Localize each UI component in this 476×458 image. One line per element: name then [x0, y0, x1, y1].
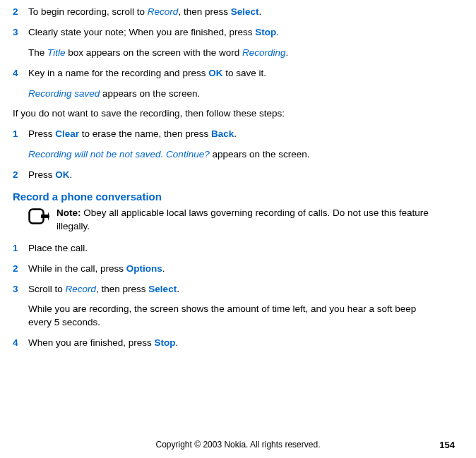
- text-run: , then press: [178, 6, 230, 17]
- step-text: When you are finished, press Stop.: [28, 337, 440, 350]
- step-text: Key in a name for the recording and pres…: [28, 67, 440, 80]
- numbered-step: 3Clearly state your note; When you are f…: [13, 26, 440, 40]
- step-text: Press Clear to erase the name, then pres…: [28, 128, 440, 141]
- page-number: 154: [439, 439, 455, 452]
- numbered-step: 2Press OK.: [13, 169, 440, 182]
- text-run: When you are finished, press: [28, 337, 155, 348]
- highlight-text: Recording will not be not saved. Continu…: [28, 149, 210, 159]
- numbered-step: 4When you are finished, press Stop.: [13, 337, 440, 350]
- text-run: .: [70, 169, 73, 180]
- step-number: 2: [13, 263, 24, 276]
- step-number: 4: [13, 337, 24, 350]
- text-run: Place the call.: [28, 243, 88, 253]
- highlight-text: Stop: [255, 27, 276, 37]
- text-run: appears on the screen.: [100, 88, 200, 99]
- step-text: To begin recording, scroll to Record, th…: [28, 6, 440, 19]
- numbered-step: 4Key in a name for the recording and pre…: [13, 67, 440, 80]
- text-run: .: [258, 6, 261, 17]
- text-run: .: [177, 284, 179, 294]
- step-number: 3: [13, 283, 24, 296]
- highlight-text: OK: [55, 169, 69, 180]
- text-run: to save it.: [222, 68, 266, 78]
- note-block: Note: Obey all applicable local laws gov…: [28, 207, 438, 234]
- step-text: Clearly state your note; When you are fi…: [28, 26, 440, 40]
- text-run: While in the call, press: [28, 263, 126, 274]
- text-run: To begin recording, scroll to: [28, 6, 148, 17]
- numbered-step: 2To begin recording, scroll to Record, t…: [13, 6, 440, 19]
- highlight-text: Clear: [55, 128, 79, 139]
- highlight-text: Recording saved: [28, 88, 100, 99]
- step-number: 2: [13, 6, 24, 19]
- text-run: The: [28, 47, 47, 58]
- body-text: If you do not want to save the recording…: [13, 107, 440, 121]
- step-number: 1: [13, 242, 24, 255]
- text-run: Press: [28, 128, 55, 139]
- step-note: Recording will not be not saved. Continu…: [28, 148, 440, 162]
- highlight-text: Options: [126, 263, 162, 274]
- step-number: 3: [13, 26, 24, 40]
- text-run: .: [276, 27, 279, 37]
- step-number: 1: [13, 128, 24, 141]
- note-body: Obey all applicable local laws governing…: [56, 207, 429, 231]
- text-run: .: [176, 337, 179, 348]
- step-text: Press OK.: [28, 169, 440, 182]
- text-run: .: [162, 263, 165, 274]
- text-run: appears on the screen.: [210, 149, 310, 159]
- text-run: Clearly state your note; When you are fi…: [28, 27, 255, 37]
- highlight-text: Select: [148, 284, 177, 294]
- highlight-text: Back: [211, 128, 234, 139]
- numbered-step: 1Place the call.: [13, 242, 440, 255]
- step-note: The Title box appears on the screen with…: [28, 47, 440, 60]
- step-note: While you are recording, the screen show…: [28, 303, 440, 330]
- highlight-text: Record: [66, 284, 97, 294]
- step-text: While in the call, press Options.: [28, 263, 440, 276]
- highlight-text: Select: [231, 6, 259, 17]
- text-run: Key in a name for the recording and pres…: [28, 68, 208, 78]
- highlight-text: Title: [47, 47, 65, 58]
- numbered-step: 3Scroll to Record, then press Select.: [13, 283, 440, 296]
- footer: Copyright © 2003 Nokia. All rights reser…: [0, 439, 476, 451]
- step-text: Place the call.: [28, 242, 440, 255]
- numbered-step: 2While in the call, press Options.: [13, 263, 440, 276]
- text-run: .: [234, 128, 237, 139]
- text-run: box appears on the screen with the word: [65, 47, 242, 58]
- copyright: Copyright © 2003 Nokia. All rights reser…: [156, 439, 321, 451]
- highlight-text: OK: [208, 68, 222, 78]
- highlight-text: Record: [148, 6, 179, 17]
- text-run: Press: [28, 169, 55, 180]
- section-heading: Record a phone conversation: [13, 189, 455, 204]
- highlight-text: Stop: [155, 337, 176, 348]
- note-icon: [28, 208, 49, 227]
- text-run: .: [286, 47, 289, 58]
- step-number: 4: [13, 67, 24, 80]
- text-run: Scroll to: [28, 284, 66, 294]
- text-run: to erase the name, then press: [79, 128, 211, 139]
- note-text: Note: Obey all applicable local laws gov…: [56, 207, 438, 234]
- step-text: Scroll to Record, then press Select.: [28, 283, 440, 296]
- note-label: Note:: [56, 207, 81, 218]
- highlight-text: Recording: [242, 47, 286, 58]
- text-run: , then press: [96, 284, 148, 294]
- step-number: 2: [13, 169, 24, 182]
- numbered-step: 1Press Clear to erase the name, then pre…: [13, 128, 440, 141]
- step-note: Recording saved appears on the screen.: [28, 88, 440, 101]
